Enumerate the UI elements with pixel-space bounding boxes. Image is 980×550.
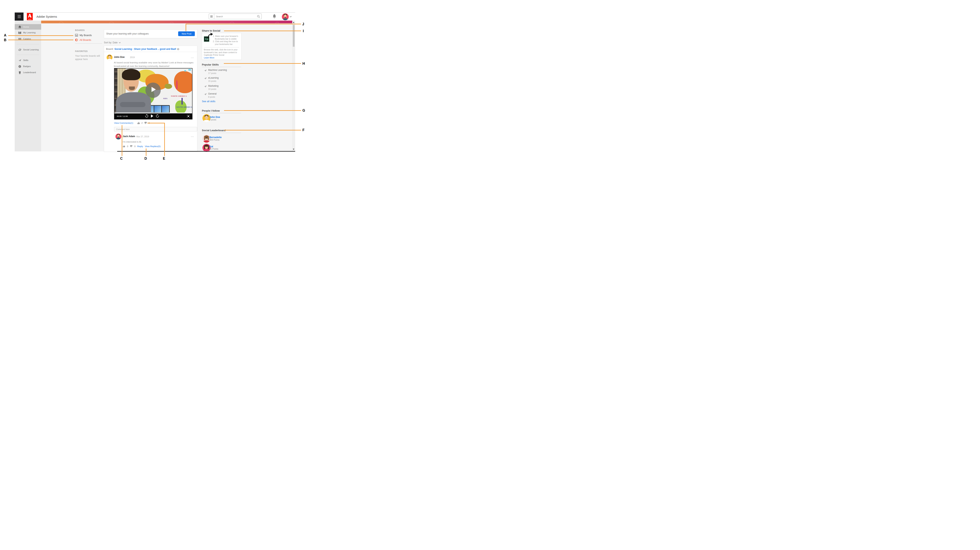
- annotation-letter-a: A: [4, 33, 6, 37]
- thumbs-down-icon[interactable]: [144, 122, 147, 124]
- forward-10s-icon[interactable]: [156, 114, 159, 118]
- search-icon[interactable]: [257, 15, 260, 18]
- all-boards-link[interactable]: All Boards: [75, 38, 91, 41]
- annotation-letter-f: F: [302, 128, 305, 132]
- skill-item-elearning[interactable]: eLearning 15 posts: [204, 77, 218, 82]
- screenshot-bottom-edge: [117, 151, 295, 151]
- badge-icon: [18, 65, 21, 68]
- learn-more-link[interactable]: Learn More: [204, 56, 215, 59]
- adobe-logo-word: Adobe: [27, 19, 33, 20]
- comment-menu-icon[interactable]: •••: [191, 136, 194, 138]
- board-card-icon: [75, 34, 78, 37]
- new-post-button[interactable]: New Post: [178, 31, 195, 36]
- see-all-skills-link[interactable]: See all skills: [202, 100, 215, 103]
- map-label-south-america: SOUTH AMERICA: [177, 106, 191, 108]
- annotation-letter-i: I: [303, 29, 304, 33]
- skill-item-marketing[interactable]: Marketing 10 posts: [204, 84, 218, 90]
- skill-item-machine-learning[interactable]: Machine Learning 17 posts: [204, 69, 227, 74]
- comment-date: · Mar 27, 2019: [135, 136, 149, 138]
- comment-author-avatar[interactable]: [115, 134, 121, 139]
- post-author-avatar[interactable]: [107, 54, 113, 61]
- annotation-letter-g: G: [302, 108, 305, 113]
- hamburger-icon: [18, 15, 21, 16]
- view-replies-link[interactable]: View Replies(0): [145, 145, 161, 148]
- video-player[interactable]: ASIA NORTH AMERICA SOUTH AMERICA 00:00 /…: [114, 68, 192, 120]
- comment-author-name[interactable]: Jack Adam: [123, 135, 135, 138]
- sidebar-item-social-learning[interactable]: Social Learning: [15, 47, 41, 53]
- screenshot-stage: Adobe Adobe Systems Search Home: [0, 0, 307, 164]
- thumbs-down-icon[interactable]: [130, 145, 132, 148]
- followed-person-name[interactable]: John Doe: [209, 116, 220, 118]
- rewind-10s-icon[interactable]: [145, 114, 148, 118]
- hamburger-menu-button[interactable]: [15, 13, 24, 21]
- annotation-line-g: [224, 110, 301, 111]
- search-menu-icon: [210, 16, 213, 16]
- card-divider: [204, 47, 239, 48]
- reply-link[interactable]: Reply: [137, 145, 143, 148]
- annotation-line-c: [122, 125, 122, 156]
- annotation-line-e-horizontal: [147, 123, 165, 123]
- leaderboard-points-kat: 56 Points: [209, 148, 218, 150]
- video-control-bar: 00:00 / 12:08: [115, 113, 192, 119]
- sidebar-item-skills[interactable]: Skills: [15, 58, 41, 62]
- annotation-letter-d: D: [145, 156, 147, 161]
- board-title-link[interactable]: Social Learning - Share your feedback ..…: [115, 48, 176, 50]
- search-input[interactable]: Search: [216, 15, 257, 18]
- fullscreen-icon[interactable]: [187, 115, 190, 118]
- adobe-logo[interactable]: Adobe: [27, 13, 33, 20]
- boards-heading: BOARDS: [75, 29, 85, 31]
- scrollbar-thumb[interactable]: [293, 25, 294, 47]
- paper-plane-icon: [204, 85, 207, 88]
- map-label-asia: ASIA: [163, 97, 167, 99]
- favorites-heading: FAVORITES: [75, 50, 88, 53]
- annotation-letter-e: E: [163, 156, 165, 161]
- thumbs-up-icon[interactable]: [123, 145, 125, 148]
- notifications-bell-icon[interactable]: [272, 14, 276, 18]
- paper-plane-icon: [204, 69, 207, 72]
- board-title-row: Board: Social Learning - Share your feed…: [106, 48, 180, 50]
- sort-chevron-down-icon: [119, 42, 121, 43]
- play-button[interactable]: [145, 83, 161, 98]
- profile-avatar[interactable]: [282, 13, 289, 20]
- board-globe-icon: [177, 48, 180, 50]
- search-box[interactable]: Search: [209, 14, 262, 19]
- skill-item-general[interactable]: General 8 posts: [204, 92, 216, 98]
- sort-by-control[interactable]: Sort by: Date: [104, 41, 121, 44]
- sidebar-item-leaderboard[interactable]: Leaderboard: [15, 70, 41, 75]
- trophy-icon: [18, 71, 21, 74]
- post-divider: [104, 52, 197, 52]
- sidebar-item-catalog[interactable]: Catalog: [15, 37, 41, 41]
- leaderboard-name-bernadette[interactable]: Bernadette: [209, 136, 222, 139]
- scrollbar-down-icon[interactable]: [293, 149, 294, 150]
- sidebar-item-badges[interactable]: Badges: [15, 64, 41, 69]
- annotation-line-i: [224, 30, 301, 31]
- view-comments-link[interactable]: View Comments(1): [114, 122, 133, 124]
- search-scope-menu[interactable]: [209, 14, 214, 19]
- post-menu-icon[interactable]: •••: [191, 57, 194, 59]
- comment-dislike-count: 0: [134, 145, 135, 148]
- leaderboard-name-kat[interactable]: Kat: [209, 145, 213, 148]
- video-play-icon[interactable]: [151, 114, 153, 118]
- annotation-letter-c: C: [120, 156, 123, 161]
- presenter-arms: [120, 102, 145, 107]
- home-icon: [18, 25, 21, 29]
- leaderboard-points-bernadette: 309 Points: [209, 139, 220, 141]
- share-prompt: Share your learning with your colleagues: [106, 32, 149, 35]
- thumbs-up-icon[interactable]: [137, 122, 140, 124]
- comment-like-count: 0: [127, 145, 128, 148]
- annotation-line-h: [224, 63, 301, 64]
- post-text-line1: AI based social learning available very …: [114, 61, 194, 64]
- comment-input[interactable]: [114, 127, 197, 131]
- paper-plane-icon: [18, 59, 21, 62]
- banner-doodles: [41, 21, 292, 23]
- space-needle-icon: [181, 98, 183, 105]
- sidebar-item-home[interactable]: Home: [15, 24, 41, 30]
- new-post-card: Share your learning with your colleagues…: [104, 29, 197, 38]
- post-author-name[interactable]: John Doe: [114, 56, 125, 59]
- sidebar-item-my-learning[interactable]: My Learning: [15, 30, 41, 35]
- post-card: Board: Social Learning - Share your feed…: [104, 46, 197, 152]
- scrollbar-up-icon[interactable]: [293, 22, 294, 23]
- profile-chevron-down-icon[interactable]: [290, 16, 292, 18]
- my-boards-link[interactable]: My Boards: [75, 34, 92, 37]
- page-scrollbar[interactable]: [292, 21, 295, 151]
